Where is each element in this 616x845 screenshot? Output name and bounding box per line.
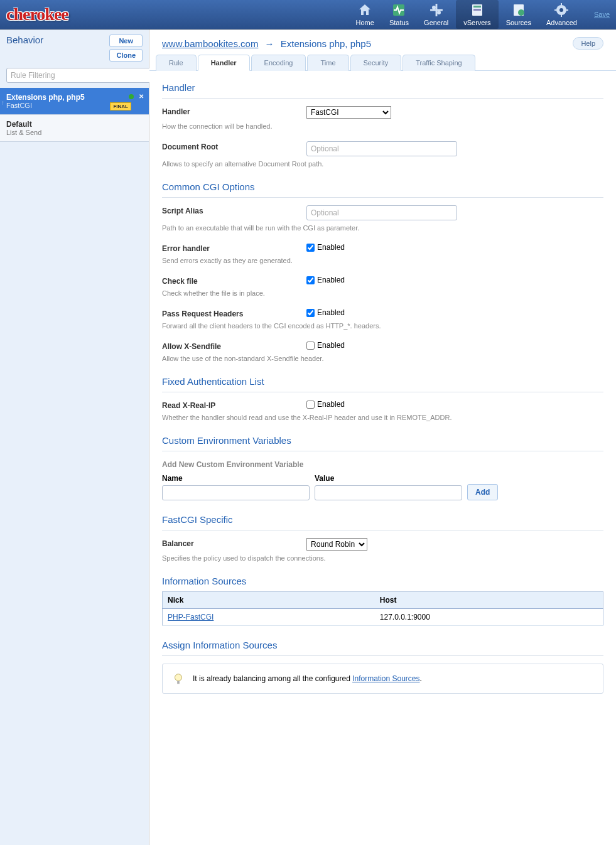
svg-rect-12 [554,9,557,11]
top-nav: Home Status General vServers Sources Adv… [349,0,585,29]
vservers-icon [470,3,485,18]
section-title-assign: Assign Information Sources [162,640,603,650]
nav-vservers[interactable]: vServers [456,0,498,29]
sources-icon [511,3,526,18]
rule-item-extensions-php[interactable]: ↑ Extensions php, php5 FastCGI ✕ FINAL [0,88,149,115]
breadcrumb-domain[interactable]: www.bambookites.com [162,38,258,49]
xsendfile-help: Allow the use of the non-standard X-Send… [162,355,603,362]
svg-point-14 [175,674,182,681]
svg-point-2 [437,11,441,14]
gear-icon [554,3,569,18]
add-env-button[interactable]: Add [467,484,498,500]
help-button[interactable]: Help [573,37,603,50]
xrealip-checkbox[interactable] [306,401,315,409]
script-alias-label: Script Alias [162,205,306,215]
arrow-right-icon: → [265,38,274,49]
check-file-label: Check file [162,276,306,286]
nav-sources[interactable]: Sources [499,0,539,29]
xsendfile-label: Allow X-Sendfile [162,341,306,351]
nav-advanced[interactable]: Advanced [539,0,585,29]
nav-status[interactable]: Status [382,0,416,29]
status-dot-icon [129,94,134,99]
check-file-checkbox[interactable] [306,276,315,284]
xrealip-help: Whether the handler should read and use … [162,414,603,421]
tab-encoding[interactable]: Encoding [251,55,306,71]
new-button[interactable]: New [109,35,143,47]
rule-sub: List & Send [6,129,143,136]
nav-general[interactable]: General [416,0,456,29]
tab-security[interactable]: Security [350,55,402,71]
enabled-text: Enabled [317,243,345,252]
nav-home[interactable]: Home [349,0,382,29]
final-badge: FINAL [110,102,131,110]
main-panel: www.bambookites.com → Extensions php, ph… [149,30,616,845]
svg-rect-10 [561,3,562,6]
section-title-cgi: Common CGI Options [162,181,603,192]
env-subhead: Add New Custom Environment Variable [162,460,603,469]
enabled-text: Enabled [317,276,345,284]
svg-point-7 [518,9,524,16]
tab-handler[interactable]: Handler [198,55,250,71]
source-host: 127.0.0.1:9000 [375,609,603,626]
svg-rect-15 [177,681,180,684]
error-handler-checkbox[interactable] [306,244,315,252]
rule-filter-input[interactable] [6,68,157,83]
svg-rect-5 [473,9,481,11]
status-icon [391,3,406,18]
env-name-input[interactable] [162,485,310,500]
pass-headers-help: Forward all the client headers to the CG… [162,322,603,330]
error-handler-label: Error handler [162,243,306,253]
balancer-select[interactable]: Round Robin [306,538,367,551]
tab-time[interactable]: Time [307,55,349,71]
nav-label: Status [389,19,409,26]
svg-rect-11 [561,14,562,17]
enabled-text: Enabled [317,400,345,409]
enabled-text: Enabled [317,308,345,317]
section-title-fastcgi: FastCGI Specific [162,514,603,525]
rule-name: Extensions php, php5 [6,93,143,102]
handler-select[interactable]: FastCGI [306,106,391,119]
docroot-help: Allows to specify an alternative Documen… [162,160,603,168]
nav-label: vServers [463,19,490,26]
error-handler-help: Send errors exactly as they are generate… [162,257,603,264]
save-link[interactable]: Save [594,11,610,18]
lightbulb-icon [171,672,185,686]
info-sources-link[interactable]: Information Sources [352,674,419,683]
docroot-input[interactable] [306,141,457,156]
table-row[interactable]: PHP-FastCGI 127.0.0.1:9000 [163,609,603,626]
nav-label: General [424,19,448,26]
topbar: cherokee Home Status General vServers So… [0,0,616,30]
close-icon[interactable]: ✕ [139,93,144,100]
clone-button[interactable]: Clone [109,49,143,62]
general-icon [429,3,444,18]
info-text: It is already balancing among all the co… [193,674,422,683]
rule-list: ↑ Extensions php, php5 FastCGI ✕ FINAL D… [0,88,149,142]
rule-item-default[interactable]: Default List & Send [0,115,149,142]
col-host: Host [375,592,603,609]
script-alias-input[interactable] [306,205,457,220]
balancer-help: Specifies the policy used to dispatch th… [162,554,603,562]
env-value-label: Value [315,474,462,483]
nav-label: Advanced [546,19,577,26]
env-name-label: Name [162,474,310,483]
env-value-input[interactable] [315,485,462,500]
enabled-text: Enabled [317,341,345,350]
section-title-sources: Information Sources [162,576,603,586]
tabs: Rule Handler Encoding Time Security Traf… [149,55,616,71]
pass-headers-checkbox[interactable] [306,309,315,317]
breadcrumb-current: Extensions php, php5 [281,38,371,49]
tab-rule[interactable]: Rule [156,55,197,71]
script-alias-help: Path to an executable that will be run w… [162,224,603,232]
xsendfile-checkbox[interactable] [306,342,315,350]
section-title-auth: Fixed Authentication List [162,376,603,387]
source-nick-link[interactable]: PHP-FastCGI [168,613,213,622]
svg-point-9 [559,8,563,12]
sidebar-title: Behavior [6,35,43,45]
xrealip-label: Read X-Real-IP [162,400,306,410]
svg-point-1 [432,6,436,9]
tab-traffic-shaping[interactable]: Traffic Shaping [403,55,475,71]
breadcrumb: www.bambookites.com → Extensions php, ph… [162,38,371,49]
section-title-handler: Handler [162,82,603,93]
docroot-label: Document Root [162,141,306,151]
col-nick: Nick [163,592,375,609]
